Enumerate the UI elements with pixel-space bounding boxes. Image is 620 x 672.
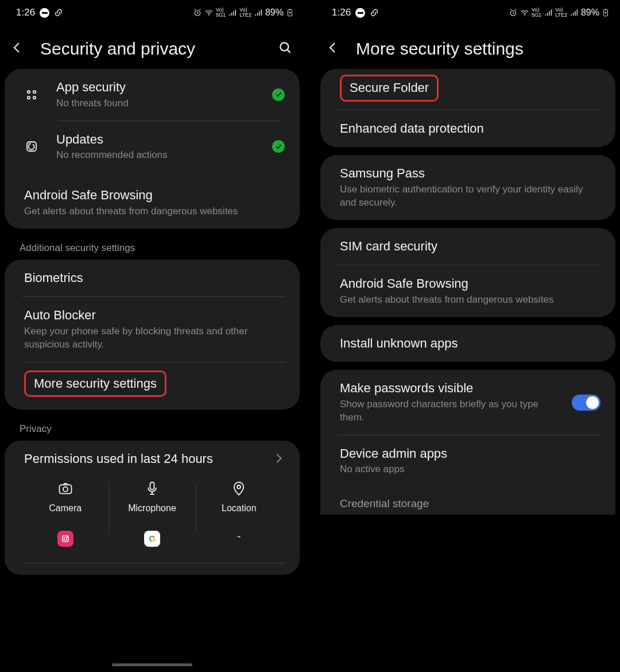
secure-folder-card: Secure Folder Enhanced data protection (320, 69, 615, 147)
device-admin-row[interactable]: Device admin apps No active apps (320, 435, 615, 487)
updates-title: Updates (56, 132, 272, 148)
install-unknown-row[interactable]: Install unknown apps (320, 325, 615, 362)
highlight-box: Secure Folder (340, 75, 439, 102)
biometrics-title: Biometrics (24, 270, 285, 287)
auto-blocker-row[interactable]: Auto Blocker Keep your phone safe by blo… (5, 297, 300, 361)
svg-point-5 (28, 91, 30, 93)
signal1-icon (228, 8, 237, 17)
device-admin-title: Device admin apps (340, 446, 600, 462)
install-unknown-title: Install unknown apps (340, 335, 458, 352)
svg-point-1 (208, 14, 210, 16)
header-right: More security settings (316, 25, 620, 69)
search-icon[interactable] (278, 40, 293, 57)
signal1-icon (544, 8, 553, 17)
svg-rect-10 (59, 485, 71, 493)
svg-point-8 (33, 96, 36, 99)
svg-point-6 (33, 91, 36, 93)
svg-point-11 (63, 487, 68, 492)
perm-location[interactable]: Location - (196, 480, 282, 547)
nav-bar[interactable] (112, 663, 192, 666)
battery-icon (286, 9, 294, 17)
network-5g1-icon: Vo)5G1 (216, 7, 226, 18)
dnd-icon (40, 8, 49, 18)
safe-browsing-title: Android Safe Browsing (340, 276, 600, 292)
section-privacy: Privacy (0, 418, 304, 441)
device-admin-sub: No active apps (340, 463, 600, 476)
additional-security-card: Biometrics Auto Blocker Keep your phone … (5, 260, 300, 410)
battery-pct: 89% (581, 7, 599, 18)
location-icon (231, 480, 247, 499)
phone-right: 1:26 Vo)5G1 Vo)LTE2 89% More security se… (316, 0, 620, 672)
battery-icon (602, 9, 610, 17)
credential-storage-row[interactable]: Credential storage (320, 486, 615, 515)
network-lte2-icon: Vo)LTE2 (555, 7, 567, 18)
signal2-icon (254, 8, 263, 17)
auto-blocker-title: Auto Blocker (24, 307, 285, 324)
enhanced-data-row[interactable]: Enhanced data protection (320, 110, 615, 148)
page-title: Security and privacy (40, 39, 262, 59)
updates-icon (24, 140, 39, 153)
svg-point-13 (64, 537, 67, 540)
check-icon (272, 140, 285, 153)
sim-security-row[interactable]: SIM card security (320, 228, 615, 265)
passwords-visible-sub: Show password characters briefly as you … (340, 398, 564, 424)
svg-point-18 (524, 14, 525, 16)
battery-pct: 89% (265, 7, 284, 18)
chevron-right-icon (272, 452, 285, 467)
permissions-card: Permissions used in last 24 hours Camera… (5, 441, 300, 575)
perm-location-label: Location (222, 503, 257, 513)
wifi-icon (204, 8, 214, 17)
perm-location-apps: - (237, 531, 241, 543)
back-icon[interactable] (326, 41, 340, 57)
back-icon[interactable] (10, 41, 24, 57)
passwords-visible-row[interactable]: Make passwords visible Show password cha… (320, 370, 615, 434)
samsung-pass-row[interactable]: Samsung Pass Use biometric authenticatio… (320, 155, 615, 219)
instagram-app-icon (57, 531, 73, 547)
perm-microphone-label: Microphone (128, 503, 176, 513)
biometrics-row[interactable]: Biometrics (5, 260, 300, 297)
enhanced-title: Enhanced data protection (340, 121, 484, 137)
safe-browsing-sub: Get alerts about threats from dangerous … (24, 205, 285, 218)
link-icon (370, 8, 379, 17)
svg-point-4 (280, 43, 288, 51)
safe-browsing-sub: Get alerts about threats from dangerous … (340, 293, 600, 307)
alarm-icon (193, 8, 202, 17)
apps-icon (24, 88, 39, 102)
page-title: More security settings (356, 39, 609, 59)
secure-folder-row[interactable]: Secure Folder (320, 69, 615, 110)
samsung-pass-title: Samsung Pass (340, 165, 600, 182)
app-security-row[interactable]: App security No threats found (5, 69, 300, 121)
safe-browsing-row[interactable]: Android Safe Browsing Get alerts about t… (5, 172, 300, 229)
perm-microphone[interactable]: Microphone G (108, 480, 195, 547)
signal2-icon (569, 8, 579, 17)
highlight-box: More security settings (24, 370, 166, 397)
perm-camera[interactable]: Camera (22, 480, 108, 547)
passwords-visible-toggle[interactable] (572, 395, 600, 411)
status-bar: 1:26 Vo)5G1 Vo)LTE2 89% (316, 0, 620, 25)
microphone-icon (144, 480, 160, 499)
alarm-icon (509, 8, 518, 17)
secure-folder-title: Secure Folder (350, 80, 429, 95)
updates-sub: No recommended actions (56, 149, 272, 162)
sim-browsing-card: SIM card security Android Safe Browsing … (320, 228, 615, 317)
svg-point-16 (237, 485, 241, 489)
phone-left: 1:26 Vo)5G1 Vo)LTE2 89% Security and pri… (0, 0, 304, 672)
header-left: Security and privacy (0, 25, 304, 69)
safe-browsing-row-right[interactable]: Android Safe Browsing Get alerts about t… (320, 265, 615, 317)
more-security-settings-row[interactable]: More security settings (5, 362, 300, 410)
status-bar: 1:26 Vo)5G1 Vo)LTE2 89% (0, 0, 304, 25)
network-5g1-icon: Vo)5G1 (532, 7, 541, 18)
svg-point-14 (67, 536, 67, 537)
link-icon (54, 8, 63, 17)
svg-rect-20 (605, 9, 606, 10)
perm-camera-label: Camera (49, 503, 82, 513)
permissions-header-row[interactable]: Permissions used in last 24 hours (5, 441, 300, 478)
passwords-visible-title: Make passwords visible (340, 380, 564, 397)
sim-title: SIM card security (340, 238, 437, 255)
wifi-icon (520, 8, 529, 17)
divider (22, 563, 285, 563)
samsung-pass-card: Samsung Pass Use biometric authenticatio… (320, 155, 615, 219)
samsung-pass-sub: Use biometric authentication to verify y… (340, 183, 600, 210)
updates-row[interactable]: Updates No recommended actions (5, 121, 300, 173)
section-additional: Additional security settings (0, 237, 304, 260)
